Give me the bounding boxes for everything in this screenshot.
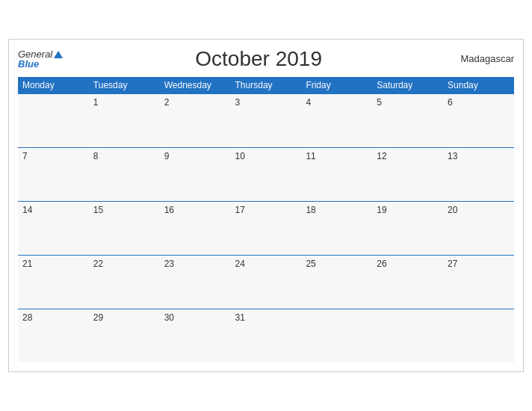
calendar-cell <box>372 309 443 362</box>
day-number: 15 <box>93 205 103 215</box>
calendar-week-row: 123456 <box>18 93 514 147</box>
calendar-cell: 10 <box>231 147 302 201</box>
weekday-header-tuesday: Tuesday <box>89 77 160 94</box>
calendar-cell: 31 <box>231 309 302 362</box>
day-number: 23 <box>164 259 174 269</box>
day-number: 5 <box>377 97 382 108</box>
weekday-header-sunday: Sunday <box>443 77 514 94</box>
calendar-cell: 22 <box>89 255 160 309</box>
day-number: 31 <box>235 312 245 323</box>
day-number: 30 <box>164 312 174 323</box>
calendar-cell: 29 <box>89 309 160 362</box>
calendar-cell: 5 <box>372 93 443 147</box>
calendar-body: 1234567891011121314151617181920212223242… <box>18 93 514 362</box>
calendar-container: General Blue October 2019 Madagascar Mon… <box>8 39 524 373</box>
day-number: 3 <box>235 97 241 108</box>
calendar-week-row: 21222324252627 <box>18 255 514 309</box>
day-number: 26 <box>377 259 386 269</box>
calendar-week-row: 78910111213 <box>18 147 514 201</box>
day-number: 16 <box>164 205 174 215</box>
calendar-cell: 8 <box>89 147 160 201</box>
day-number: 27 <box>448 259 457 269</box>
calendar-cell: 16 <box>160 201 231 255</box>
calendar-cell: 7 <box>18 147 89 201</box>
logo-general-text: General <box>18 49 63 59</box>
day-number: 12 <box>377 151 386 161</box>
calendar-cell <box>18 93 89 147</box>
day-number: 14 <box>22 205 32 215</box>
day-number: 20 <box>448 205 457 215</box>
calendar-week-row: 14151617181920 <box>18 201 514 255</box>
weekday-header-friday: Friday <box>301 77 372 94</box>
weekday-header-thursday: Thursday <box>231 77 302 94</box>
calendar-cell: 13 <box>443 147 514 201</box>
day-number: 22 <box>93 259 103 269</box>
calendar-cell: 2 <box>160 93 231 147</box>
day-number: 6 <box>448 97 453 108</box>
calendar-cell: 6 <box>443 93 514 147</box>
calendar-cell: 24 <box>231 255 302 309</box>
calendar-cell: 12 <box>372 147 443 201</box>
day-number: 29 <box>93 312 103 323</box>
calendar-cell: 15 <box>89 201 160 255</box>
calendar-cell: 27 <box>443 255 514 309</box>
calendar-cell: 18 <box>301 201 372 255</box>
calendar-cell: 11 <box>301 147 372 201</box>
calendar-header: General Blue October 2019 Madagascar <box>18 47 514 71</box>
day-number: 13 <box>448 151 457 161</box>
country-label: Madagascar <box>454 53 514 64</box>
calendar-cell: 3 <box>231 93 302 147</box>
day-number: 8 <box>93 151 99 161</box>
day-number: 25 <box>306 259 315 269</box>
day-number: 2 <box>164 97 170 108</box>
calendar-cell: 30 <box>160 309 231 362</box>
weekday-header-row: MondayTuesdayWednesdayThursdayFridaySatu… <box>18 77 514 94</box>
day-number: 10 <box>235 151 245 161</box>
calendar-cell: 1 <box>89 93 160 147</box>
calendar-cell: 9 <box>160 147 231 201</box>
calendar-cell: 14 <box>18 201 89 255</box>
day-number: 18 <box>306 205 315 215</box>
logo-triangle-icon <box>54 51 63 58</box>
month-title: October 2019 <box>63 47 454 71</box>
day-number: 7 <box>22 151 28 161</box>
calendar-cell: 23 <box>160 255 231 309</box>
calendar-cell: 17 <box>231 201 302 255</box>
day-number: 1 <box>93 97 99 108</box>
day-number: 9 <box>164 151 170 161</box>
calendar-cell <box>301 309 372 362</box>
weekday-header-saturday: Saturday <box>372 77 443 94</box>
calendar-cell: 19 <box>372 201 443 255</box>
weekday-header-monday: Monday <box>18 77 89 94</box>
day-number: 19 <box>377 205 386 215</box>
weekday-header-wednesday: Wednesday <box>160 77 231 94</box>
day-number: 28 <box>22 312 32 323</box>
day-number: 24 <box>235 259 245 269</box>
day-number: 4 <box>306 97 311 108</box>
calendar-cell: 28 <box>18 309 89 362</box>
calendar-week-row: 28293031 <box>18 309 514 362</box>
calendar-cell: 20 <box>443 201 514 255</box>
logo: General Blue <box>18 49 63 69</box>
calendar-cell: 21 <box>18 255 89 309</box>
calendar-cell: 26 <box>372 255 443 309</box>
calendar-cell: 25 <box>301 255 372 309</box>
calendar-cell: 4 <box>301 93 372 147</box>
day-number: 21 <box>22 259 32 269</box>
day-number: 11 <box>306 151 315 161</box>
calendar-grid: MondayTuesdayWednesdayThursdayFridaySatu… <box>18 77 514 363</box>
logo-blue-text: Blue <box>18 59 63 69</box>
calendar-cell <box>443 309 514 362</box>
day-number: 17 <box>235 205 245 215</box>
